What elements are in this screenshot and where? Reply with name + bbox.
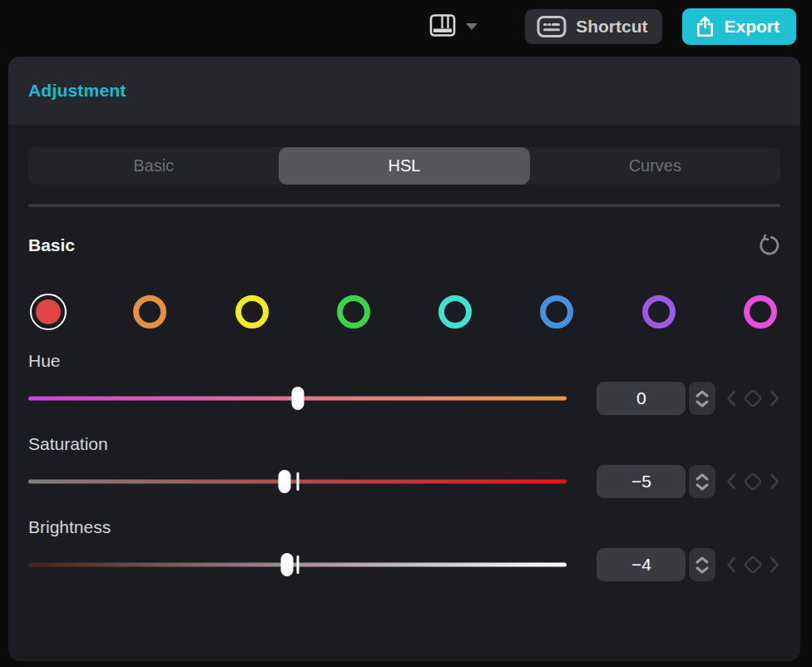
keyboard-icon — [537, 15, 567, 38]
shortcut-button[interactable]: Shortcut — [525, 9, 662, 44]
hue-value-input[interactable]: 0 — [597, 382, 686, 415]
color-circle-orange[interactable] — [130, 292, 170, 332]
color-circle-green[interactable] — [334, 292, 374, 332]
keyframe-prev-icon[interactable] — [725, 556, 737, 574]
chevron-down-icon[interactable] — [466, 23, 478, 30]
tab-curves[interactable]: Curves — [530, 147, 780, 185]
keyframe-next-icon[interactable] — [769, 472, 780, 491]
color-circle-red[interactable] — [28, 292, 68, 332]
section-title: Basic — [28, 235, 75, 255]
color-circle-teal[interactable] — [435, 292, 475, 332]
slider-zero-tick — [296, 472, 299, 491]
hue-slider[interactable] — [28, 382, 567, 415]
brightness-stepper[interactable] — [689, 548, 715, 581]
panel-header: Adjustment — [8, 57, 800, 125]
keyframe-diamond-icon[interactable] — [741, 387, 765, 410]
tab-hsl[interactable]: HSL — [279, 147, 529, 185]
brightness-value-input[interactable]: −4 — [597, 548, 686, 581]
shortcut-button-label: Shortcut — [576, 17, 647, 37]
top-toolbar: Shortcut Export — [0, 0, 812, 53]
color-circle-purple[interactable] — [639, 292, 679, 332]
slider-zero-tick — [296, 556, 299, 574]
chevron-up-icon — [696, 390, 709, 398]
brightness-slider-thumb[interactable] — [280, 553, 293, 576]
color-circle-magenta[interactable] — [740, 292, 780, 332]
adjustment-panel: Adjustment Basic HSL Curves Basic Hue — [8, 57, 800, 661]
keyframe-prev-icon[interactable] — [725, 472, 737, 491]
color-circle-row — [28, 292, 780, 332]
chevron-down-icon — [696, 566, 709, 574]
export-icon — [695, 15, 715, 38]
keyframe-diamond-icon[interactable] — [741, 553, 765, 576]
divider — [28, 204, 780, 207]
saturation-stepper[interactable] — [689, 465, 715, 498]
brightness-label: Brightness — [28, 517, 780, 537]
saturation-value-input[interactable]: −5 — [597, 465, 686, 498]
saturation-keyframe-nav — [725, 470, 780, 493]
saturation-slider[interactable] — [28, 465, 567, 498]
keyframe-diamond-icon[interactable] — [741, 470, 765, 493]
chevron-up-icon — [696, 473, 709, 481]
color-circle-blue[interactable] — [537, 292, 577, 332]
chevron-down-icon — [696, 400, 709, 408]
hue-stepper[interactable] — [689, 382, 715, 415]
tab-basic[interactable]: Basic — [28, 147, 279, 185]
hue-label: Hue — [28, 351, 780, 371]
layout-panels-icon[interactable] — [429, 13, 456, 41]
chevron-up-icon — [696, 556, 709, 564]
brightness-slider[interactable] — [28, 548, 567, 581]
brightness-keyframe-nav — [725, 553, 780, 576]
tab-bar: Basic HSL Curves — [28, 147, 780, 185]
reset-icon[interactable] — [758, 234, 780, 256]
export-button-label: Export — [724, 17, 780, 37]
keyframe-prev-icon[interactable] — [725, 389, 737, 408]
saturation-label: Saturation — [28, 434, 780, 454]
saturation-slider-thumb[interactable] — [278, 470, 290, 493]
export-button[interactable]: Export — [682, 8, 796, 45]
chevron-down-icon — [696, 483, 709, 491]
hue-keyframe-nav — [725, 387, 780, 410]
keyframe-next-icon[interactable] — [769, 389, 780, 408]
color-circle-yellow[interactable] — [232, 292, 272, 332]
panel-title: Adjustment — [28, 81, 126, 101]
keyframe-next-icon[interactable] — [769, 556, 780, 574]
hue-slider-thumb[interactable] — [291, 387, 304, 410]
